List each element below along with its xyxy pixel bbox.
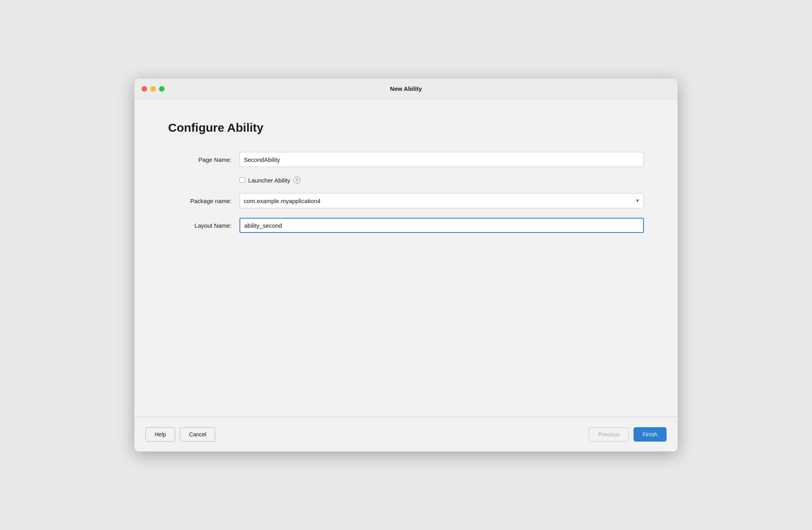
footer: Help Cancel Previous Finish bbox=[134, 417, 678, 451]
launcher-ability-row: Launcher Ability ? bbox=[168, 177, 644, 184]
launcher-ability-help-icon[interactable]: ? bbox=[293, 177, 301, 184]
package-name-field-wrapper: com.example.myapplication4 ▼ bbox=[239, 193, 644, 208]
layout-name-input[interactable] bbox=[239, 218, 644, 233]
footer-left-buttons: Help Cancel bbox=[146, 427, 215, 442]
page-name-input[interactable] bbox=[239, 152, 644, 167]
package-name-select-wrapper: com.example.myapplication4 ▼ bbox=[239, 193, 644, 208]
layout-name-row: Layout Name: bbox=[168, 218, 644, 233]
maximize-button[interactable] bbox=[159, 86, 165, 92]
finish-button[interactable]: Finish bbox=[634, 427, 666, 442]
launcher-content: Launcher Ability ? bbox=[239, 177, 301, 184]
title-bar: New Ability bbox=[134, 79, 678, 99]
page-name-field-wrapper bbox=[239, 152, 644, 167]
layout-name-field-wrapper bbox=[239, 218, 644, 233]
window-title: New Ability bbox=[390, 85, 422, 92]
cancel-button[interactable]: Cancel bbox=[180, 427, 216, 442]
main-window: New Ability Configure Ability Page Name:… bbox=[134, 79, 678, 451]
package-name-row: Package name: com.example.myapplication4… bbox=[168, 193, 644, 208]
footer-right-buttons: Previous Finish bbox=[589, 427, 666, 442]
close-button[interactable] bbox=[142, 86, 147, 92]
package-name-select[interactable]: com.example.myapplication4 bbox=[239, 193, 644, 208]
window-controls bbox=[142, 86, 165, 92]
minimize-button[interactable] bbox=[150, 86, 156, 92]
page-name-row: Page Name: bbox=[168, 152, 644, 167]
page-heading: Configure Ability bbox=[168, 121, 644, 134]
layout-name-label: Layout Name: bbox=[168, 222, 239, 229]
package-name-label: Package name: bbox=[168, 198, 239, 204]
content-area: Configure Ability Page Name: Launcher Ab… bbox=[134, 99, 678, 417]
launcher-ability-label: Launcher Ability bbox=[248, 177, 290, 184]
previous-button[interactable]: Previous bbox=[589, 427, 628, 442]
help-button[interactable]: Help bbox=[146, 427, 175, 442]
launcher-ability-checkbox[interactable] bbox=[239, 177, 245, 183]
form: Page Name: Launcher Ability ? Package na… bbox=[168, 152, 644, 242]
page-name-label: Page Name: bbox=[168, 156, 239, 163]
